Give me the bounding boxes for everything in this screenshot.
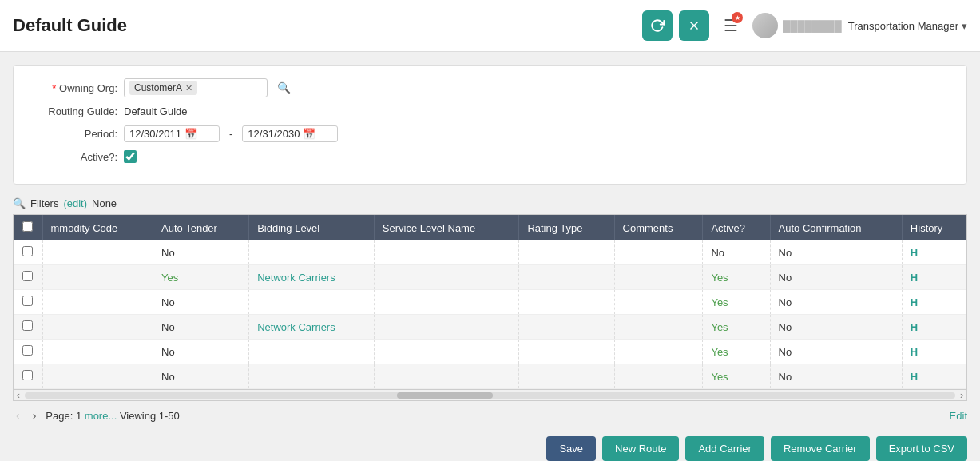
chevron-down-icon: ▾	[962, 20, 967, 32]
cell-auto-confirmation: No	[770, 340, 902, 364]
row-checkbox-cell	[14, 364, 42, 389]
cell-rating-type	[519, 364, 614, 389]
th-service-level-name: Service Level Name	[374, 215, 519, 240]
cell-bidding-level	[249, 364, 375, 389]
cell-history: H	[902, 240, 966, 265]
th-history: History	[902, 215, 966, 240]
cell-active: Yes	[703, 340, 770, 364]
table-row: Yes Network Carriers Yes No H	[14, 265, 966, 290]
cell-commodity-code	[42, 340, 153, 364]
owning-org-label: * Owning Org:	[30, 82, 117, 94]
calendar-to-icon[interactable]: 📅	[303, 128, 315, 140]
owning-org-input[interactable]: CustomerA ✕	[124, 78, 268, 97]
cell-commodity-code	[42, 265, 153, 290]
close-button[interactable]	[679, 10, 709, 41]
cell-bidding-level	[249, 240, 375, 265]
data-table-wrapper: mmodity Code Auto Tender Bidding Level S…	[13, 214, 967, 401]
page-number: 1	[76, 410, 85, 422]
row-checkbox[interactable]	[22, 246, 33, 256]
filters-label: Filters	[30, 197, 58, 209]
page-title: Default Guide	[13, 15, 127, 36]
row-checkbox[interactable]	[22, 345, 33, 356]
cell-service-level-name	[374, 340, 519, 364]
export-csv-button[interactable]: Export to CSV	[876, 436, 967, 461]
th-auto-confirmation: Auto Confirmation	[770, 215, 902, 240]
cell-auto-tender: No	[153, 240, 249, 265]
filters-edit-link[interactable]: (edit)	[63, 197, 87, 209]
scroll-thumb	[397, 392, 493, 399]
data-table: mmodity Code Auto Tender Bidding Level S…	[14, 215, 966, 389]
tag-close-icon[interactable]: ✕	[185, 83, 192, 93]
header-right: ☰ ★ ████████ Transportation Manager ▾	[642, 10, 967, 41]
table-row: No Yes No H	[14, 340, 966, 364]
cell-auto-confirmation: No	[770, 315, 902, 340]
cell-bidding-level: Network Carriers	[249, 265, 375, 290]
cell-history: H	[902, 265, 966, 290]
viewing-label: Viewing 1-50	[120, 410, 180, 422]
table-header-row: mmodity Code Auto Tender Bidding Level S…	[14, 215, 966, 240]
cell-auto-tender: No	[153, 364, 249, 389]
cell-bidding-level	[249, 290, 375, 315]
pagination-left: ‹ › Page: 1 more... Viewing 1-50	[13, 407, 180, 423]
cell-history: H	[902, 364, 966, 389]
cell-active: Yes	[703, 364, 770, 389]
cell-comments	[614, 290, 703, 315]
cell-service-level-name	[374, 364, 519, 389]
table-row: No Yes No H	[14, 290, 966, 315]
date-separator: -	[229, 128, 232, 140]
remove-carrier-button[interactable]: Remove Carrier	[771, 436, 870, 461]
th-active: Active?	[703, 215, 770, 240]
user-section: ████████ Transportation Manager ▾	[752, 13, 967, 38]
cell-history: H	[902, 315, 966, 340]
select-all-checkbox[interactable]	[22, 221, 33, 232]
horizontal-scrollbar[interactable]: ‹ ›	[14, 389, 966, 400]
prev-page-button[interactable]: ‹	[13, 407, 23, 423]
user-dropdown-button[interactable]: ████████ Transportation Manager ▾	[783, 20, 967, 32]
notification-badge: ★	[732, 12, 743, 23]
next-page-button[interactable]: ›	[30, 407, 40, 423]
user-role: Transportation Manager	[848, 20, 958, 32]
cell-active: Yes	[703, 290, 770, 315]
cell-comments	[614, 240, 703, 265]
search-button[interactable]: 🔍	[277, 81, 291, 94]
active-checkbox[interactable]	[124, 150, 137, 163]
cell-auto-confirmation: No	[770, 290, 902, 315]
cell-commodity-code	[42, 240, 153, 265]
row-checkbox[interactable]	[22, 370, 33, 380]
th-rating-type: Rating Type	[519, 215, 614, 240]
cell-auto-tender: No	[153, 315, 249, 340]
date-from-value: 12/30/2011	[129, 128, 181, 140]
table-edit-link[interactable]: Edit	[950, 410, 967, 422]
required-star: *	[52, 82, 56, 94]
period-label: Period:	[30, 128, 117, 140]
main-content: * Owning Org: CustomerA ✕ 🔍 Routing Guid…	[0, 52, 980, 461]
save-button[interactable]: Save	[546, 436, 596, 461]
add-carrier-button[interactable]: Add Carrier	[685, 436, 764, 461]
filters-bar: 🔍 Filters (edit) None	[13, 197, 967, 209]
cell-service-level-name	[374, 240, 519, 265]
cell-auto-confirmation: No	[770, 364, 902, 389]
new-route-button[interactable]: New Route	[602, 436, 679, 461]
cell-active: No	[703, 240, 770, 265]
row-checkbox-cell	[14, 290, 42, 315]
cell-rating-type	[519, 240, 614, 265]
cell-auto-tender: No	[153, 290, 249, 315]
cell-history: H	[902, 290, 966, 315]
cell-comments	[614, 315, 703, 340]
th-commodity-code: mmodity Code	[42, 215, 153, 240]
calendar-from-icon[interactable]: 📅	[184, 128, 197, 140]
refresh-button[interactable]	[642, 10, 673, 41]
cell-auto-confirmation: No	[770, 265, 902, 290]
more-pages-link[interactable]: more...	[85, 410, 117, 422]
row-checkbox[interactable]	[22, 296, 33, 306]
row-checkbox[interactable]	[22, 320, 33, 331]
table-scroll[interactable]: mmodity Code Auto Tender Bidding Level S…	[14, 215, 966, 389]
table-row: No No No H	[14, 240, 966, 265]
filter-search-icon: 🔍	[13, 197, 26, 209]
row-checkbox[interactable]	[22, 271, 33, 281]
date-from-input[interactable]: 12/30/2011 📅	[124, 125, 220, 142]
routing-guide-value: Default Guide	[124, 105, 188, 117]
menu-button[interactable]: ☰ ★	[716, 10, 746, 41]
date-to-input[interactable]: 12/31/2030 📅	[242, 125, 338, 142]
cell-history: H	[902, 340, 966, 364]
